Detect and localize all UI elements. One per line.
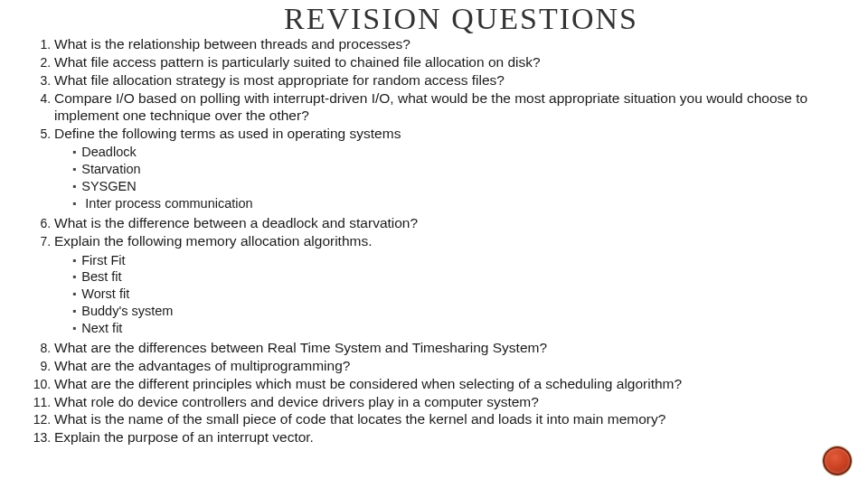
question-text: Explain the following memory allocation … — [54, 233, 373, 249]
question-item: Explain the purpose of an interrupt vect… — [54, 429, 841, 447]
question-item: Define the following terms as used in op… — [54, 126, 841, 215]
sub-item: SYSGEN — [72, 178, 841, 195]
question-item: What is the difference between a deadloc… — [54, 215, 841, 233]
question-item: What are the advantages of multiprogramm… — [54, 358, 841, 376]
question-item: What file access pattern is particularly… — [54, 54, 841, 72]
question-item: What are the differences between Real Ti… — [54, 340, 841, 358]
question-item: What role do device controllers and devi… — [54, 394, 841, 412]
sub-item: Inter process communication — [72, 195, 841, 212]
question-item: What file allocation strategy is most ap… — [54, 72, 841, 90]
sub-item: Best fit — [72, 268, 841, 286]
question-text: Define the following terms as used in op… — [54, 126, 401, 141]
question-item: Explain the following memory allocation … — [54, 233, 841, 340]
sub-item: Buddy's system — [72, 303, 841, 320]
question-item: What is the name of the small piece of c… — [54, 411, 841, 429]
question-item: What is the relationship between threads… — [54, 36, 841, 54]
sub-list: First Fit Best fit Worst fit Buddy's sys… — [72, 252, 841, 337]
question-item: Compare I/O based on polling with interr… — [54, 90, 841, 126]
decorative-badge-icon — [823, 446, 852, 475]
slide-content: REVISION QUESTIONS What is the relations… — [0, 2, 868, 447]
question-item: What are the different principles which … — [54, 376, 841, 394]
slide-title: REVISION QUESTIONS — [81, 2, 841, 36]
sub-item: Starvation — [72, 161, 841, 178]
sub-item: Worst fit — [72, 286, 841, 303]
sub-item: First Fit — [72, 252, 841, 269]
sub-item: Deadlock — [72, 144, 841, 161]
sub-item: Next fit — [72, 320, 841, 337]
sub-list: Deadlock Starvation SYSGEN Inter process… — [72, 144, 841, 211]
question-list: What is the relationship between threads… — [54, 36, 841, 447]
